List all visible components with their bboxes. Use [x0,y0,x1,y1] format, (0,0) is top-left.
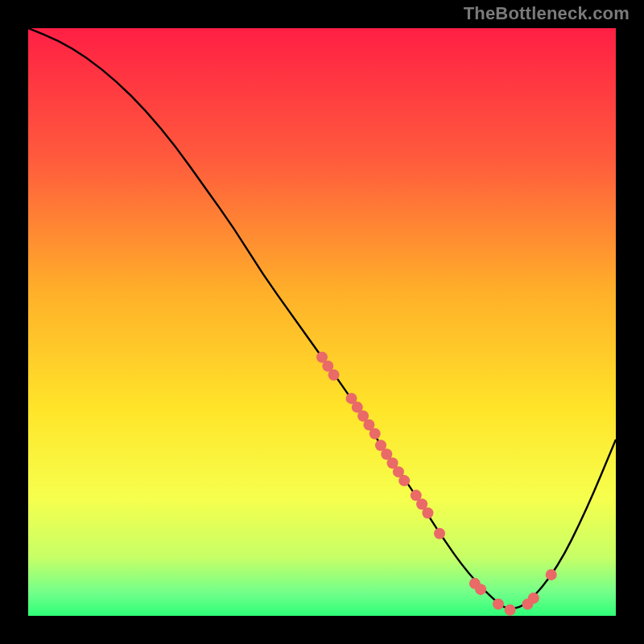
gradient-background [28,28,616,616]
attribution-text: TheBottleneck.com [464,3,630,24]
data-point [493,598,504,609]
data-point [546,569,557,580]
data-point [528,592,539,604]
data-point [434,528,445,539]
data-point [422,507,433,518]
data-point [505,605,516,616]
data-point [328,369,340,381]
data-point [398,475,410,486]
chart-container: TheBottleneck.com [0,0,644,644]
data-point [475,584,486,595]
plot-area [28,28,616,616]
data-point [369,428,381,440]
bottleneck-chart [28,28,616,616]
